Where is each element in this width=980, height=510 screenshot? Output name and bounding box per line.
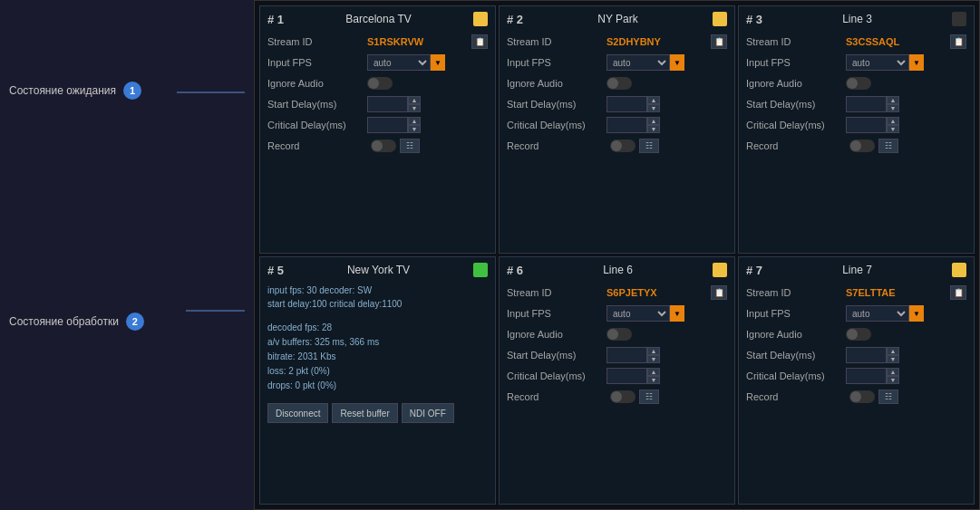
ndi-off-btn[interactable]: NDI OFF (402, 403, 454, 423)
fps-select-6[interactable]: auto (606, 305, 670, 322)
critical-delay-input-3[interactable]: 1100 (846, 117, 887, 133)
audio-toggle-1[interactable] (367, 77, 393, 90)
start-delay-row-6: Start Delay(ms) 100 ▲ ▼ (507, 346, 727, 364)
audio-label-3: Ignore Audio (746, 78, 846, 89)
start-delay-input-7[interactable]: 100 (846, 347, 887, 363)
start-delay-down-7[interactable]: ▼ (887, 355, 899, 363)
critical-delay-input-group-6: 1100 ▲ ▼ (606, 368, 660, 384)
start-delay-label-1: Start Delay(ms) (267, 99, 367, 110)
card-title-1: Barcelona TV (289, 13, 468, 25)
record-toggle-1[interactable] (371, 140, 396, 152)
start-delay-label-6: Start Delay(ms) (507, 350, 606, 361)
start-delay-row-7: Start Delay(ms) 100 ▲ ▼ (746, 346, 966, 364)
disconnect-btn[interactable]: Disconnect (267, 403, 328, 423)
left-panel: Состояние ожидания 1 Состояние обработки… (0, 0, 254, 510)
critical-delay-up-3[interactable]: ▲ (887, 117, 899, 125)
record-row-2: Record ☷ (507, 139, 727, 153)
record-toggle-7[interactable] (849, 390, 875, 403)
start-delay-spinners-7: ▲ ▼ (887, 347, 899, 363)
fps-select-2[interactable]: auto (606, 54, 670, 71)
stats-line1-5: decoded fps: 28 (267, 321, 488, 335)
copy-btn-3[interactable]: 📋 (950, 34, 966, 49)
status-indicator-5 (473, 263, 488, 277)
fps-arrow-3[interactable]: ▼ (909, 54, 924, 71)
card-title-7: Line 7 (768, 264, 946, 276)
critical-delay-down-7[interactable]: ▼ (887, 376, 899, 384)
start-delay-input-6[interactable]: 100 (606, 347, 647, 363)
critical-delay-input-6[interactable]: 1100 (606, 368, 647, 384)
critical-delay-input-2[interactable]: 1100 (606, 117, 647, 133)
copy-btn-7[interactable]: 📋 (950, 285, 966, 300)
stream-id-value-1: S1RSKRVW (367, 36, 469, 47)
critical-delay-row-6: Critical Delay(ms) 1100 ▲ ▼ (507, 367, 727, 385)
critical-delay-label-7: Critical Delay(ms) (746, 370, 846, 381)
start-delay-up-6[interactable]: ▲ (647, 347, 660, 355)
critical-delay-label-3: Critical Delay(ms) (746, 120, 846, 130)
start-delay-down-2[interactable]: ▼ (647, 104, 660, 112)
record-settings-6[interactable]: ☷ (639, 390, 659, 404)
start-delay-down-6[interactable]: ▼ (647, 355, 660, 363)
critical-delay-down-3[interactable]: ▼ (887, 125, 899, 133)
critical-delay-spinners-7: ▲ ▼ (887, 368, 899, 384)
audio-toggle-6[interactable] (606, 328, 632, 341)
record-toggle-3[interactable] (849, 140, 875, 152)
record-settings-7[interactable]: ☷ (878, 390, 898, 404)
audio-toggle-3[interactable] (846, 77, 871, 90)
start-delay-up-1[interactable]: ▲ (408, 96, 421, 104)
stream-id-label-2: Stream ID (507, 36, 606, 47)
record-toggle-6[interactable] (610, 390, 636, 403)
start-delay-up-2[interactable]: ▲ (647, 96, 660, 104)
critical-delay-input-1[interactable]: 400 (367, 117, 408, 133)
card-title-3: Line 3 (768, 13, 946, 25)
fps-arrow-7[interactable]: ▼ (909, 305, 924, 322)
copy-btn-6[interactable]: 📋 (711, 285, 727, 300)
stats-line5-5: drops: 0 pkt (0%) (267, 379, 488, 393)
fps-arrow-6[interactable]: ▼ (670, 305, 684, 322)
record-toggle-2[interactable] (610, 140, 636, 152)
record-row-6: Record ☷ (507, 390, 727, 404)
critical-delay-down-1[interactable]: ▼ (408, 125, 421, 133)
audio-toggle-2[interactable] (606, 77, 632, 90)
start-delay-input-1[interactable]: 100 (367, 96, 408, 112)
record-settings-1[interactable]: ☷ (400, 139, 420, 153)
critical-delay-up-6[interactable]: ▲ (647, 368, 660, 376)
critical-delay-up-7[interactable]: ▲ (887, 368, 899, 376)
card-number-2: # 2 (507, 13, 523, 26)
stream-card-3: # 3 Line 3 Stream ID S3CSSAQL 📋 Input FP… (738, 5, 975, 254)
stream-id-label-3: Stream ID (746, 36, 846, 47)
reset-buffer-btn[interactable]: Reset buffer (332, 403, 397, 423)
start-delay-spinners-2: ▲ ▼ (647, 96, 660, 112)
critical-delay-up-1[interactable]: ▲ (408, 117, 421, 125)
main-container: Состояние ожидания 1 Состояние обработки… (0, 0, 980, 510)
copy-btn-2[interactable]: 📋 (711, 34, 727, 49)
record-settings-2[interactable]: ☷ (639, 139, 659, 153)
fps-select-3[interactable]: auto (846, 54, 909, 71)
info-line1-5: input fps: 30 decoder: SW (267, 284, 488, 297)
fps-label-6: Input FPS (507, 308, 606, 319)
start-delay-input-3[interactable]: 100 (846, 96, 887, 112)
start-delay-down-3[interactable]: ▼ (887, 104, 899, 112)
status-processing-badge: 2 (126, 313, 144, 331)
card-number-3: # 3 (746, 13, 762, 26)
critical-delay-down-2[interactable]: ▼ (647, 125, 660, 133)
start-delay-down-1[interactable]: ▼ (408, 104, 421, 112)
start-delay-input-2[interactable]: 100 (606, 96, 647, 112)
status-indicator-1 (473, 12, 488, 26)
fps-select-1[interactable]: auto (367, 54, 431, 71)
audio-toggle-7[interactable] (846, 328, 871, 341)
critical-delay-input-7[interactable]: 1100 (846, 368, 887, 384)
start-delay-up-7[interactable]: ▲ (887, 347, 899, 355)
fps-arrow-1[interactable]: ▼ (431, 54, 445, 71)
copy-btn-1[interactable]: 📋 (471, 34, 488, 49)
record-settings-3[interactable]: ☷ (878, 139, 898, 153)
start-delay-up-3[interactable]: ▲ (887, 96, 899, 104)
fps-row-6: Input FPS auto ▼ (507, 304, 727, 322)
status-indicator-2 (713, 12, 727, 26)
fps-select-7[interactable]: auto (846, 305, 909, 322)
critical-delay-up-2[interactable]: ▲ (647, 117, 660, 125)
start-delay-row-1: Start Delay(ms) 100 ▲ ▼ (267, 95, 488, 113)
fps-arrow-2[interactable]: ▼ (670, 54, 684, 71)
stream-card-7: # 7 Line 7 Stream ID S7ELTTAE 📋 Input FP… (738, 256, 975, 505)
stats-line4-5: loss: 2 pkt (0%) (267, 364, 488, 379)
critical-delay-down-6[interactable]: ▼ (647, 376, 660, 384)
